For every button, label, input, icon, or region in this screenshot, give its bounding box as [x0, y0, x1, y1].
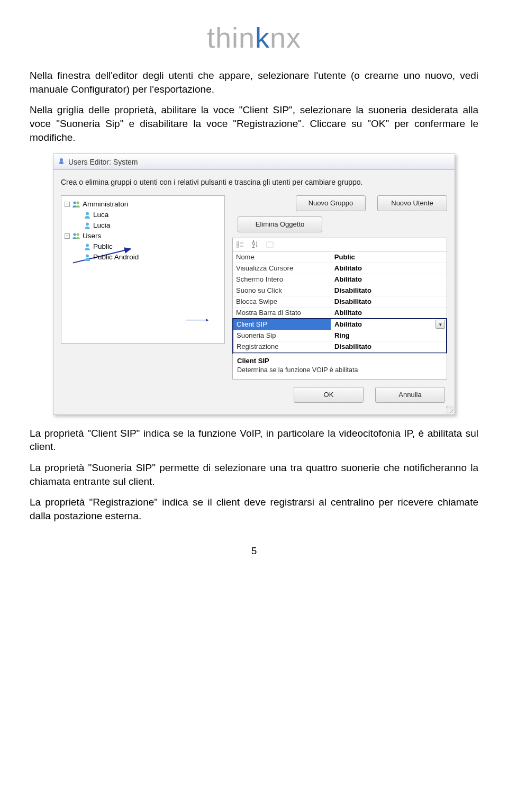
propgrid-value[interactable]: Public — [331, 252, 447, 263]
svg-point-3 — [74, 201, 76, 204]
propgrid-value[interactable]: Disabilitato — [331, 296, 447, 307]
propgrid-value[interactable]: Abilitato — [331, 308, 447, 318]
propgrid-value[interactable]: Abilitato — [331, 263, 447, 274]
propgrid-name: Suono su Click — [233, 285, 331, 296]
svg-rect-16 — [267, 242, 273, 247]
propgrid-name: Suoneria Sip — [233, 330, 331, 341]
propgrid-row[interactable]: Suoneria SipRing — [233, 330, 446, 341]
delete-object-button[interactable]: Elimina Oggetto — [238, 216, 322, 232]
propgrid-row[interactable]: RegistrazioneDisabilitato — [233, 341, 446, 353]
group-icon — [72, 201, 80, 208]
propgrid-row[interactable]: Blocca SwipeDisabilitato — [233, 296, 447, 308]
propgrid-name: Nome — [233, 252, 331, 263]
collapse-icon[interactable]: − — [65, 202, 70, 207]
dialog-title: Users Editor: System — [68, 158, 138, 166]
tree-item-label: Lucia — [93, 221, 110, 229]
propgrid-value[interactable]: Abilitato▾ — [331, 319, 446, 330]
user-icon — [84, 254, 91, 261]
svg-point-7 — [74, 233, 76, 236]
paragraph-4: La proprietà "Suoneria SIP" permette di … — [30, 461, 478, 488]
cancel-button[interactable]: Annulla — [375, 387, 445, 403]
svg-point-8 — [77, 233, 79, 236]
dropdown-icon[interactable]: ▾ — [436, 320, 445, 329]
propgrid-desc-title: Client SIP — [237, 357, 442, 365]
logo-part1: thin — [207, 22, 255, 53]
user-tree[interactable]: −AmministratoriLucaLucia−UsersPublicPubl… — [61, 195, 225, 344]
propgrid-desc-text: Determina se la funzione VOIP è abilitat… — [237, 366, 442, 374]
user-icon — [84, 222, 91, 229]
logo-part2: k — [255, 22, 270, 53]
svg-point-6 — [86, 222, 89, 225]
propgrid-value[interactable]: Disabilitato — [331, 341, 446, 352]
user-icon — [84, 243, 91, 250]
logo-part3: nx — [270, 22, 301, 53]
propgrid-value[interactable]: Ring — [331, 330, 446, 341]
tree-item-label: Users — [83, 232, 101, 240]
propgrid-row[interactable]: Mostra Barra di StatoAbilitato — [233, 308, 447, 319]
svg-point-0 — [60, 158, 63, 161]
propgrid-toolbar: AZ — [233, 238, 447, 252]
svg-rect-12 — [237, 242, 239, 244]
annotation-highlight-box: Client SIPAbilitato▾Suoneria SipRingRegi… — [232, 318, 447, 354]
paragraph-5: La proprietà "Registrazione" indica se i… — [30, 495, 478, 522]
user-icon — [84, 211, 91, 219]
propgrid-row[interactable]: Suono su ClickDisabilitato — [233, 285, 447, 296]
tree-user-item[interactable]: Public — [64, 241, 222, 252]
tree-user-item[interactable]: Luca — [64, 210, 222, 220]
svg-point-4 — [77, 201, 79, 204]
propgrid-page-icon[interactable] — [265, 239, 275, 250]
property-grid[interactable]: AZ NomePublicVisualizza CursoreAbilitato… — [232, 238, 447, 380]
tree-item-label: Public — [93, 242, 113, 250]
propgrid-value[interactable]: Abilitato — [331, 274, 447, 285]
paragraph-3: La proprietà "Client SIP" indica se la f… — [30, 427, 478, 454]
propgrid-row[interactable]: NomePublic — [233, 252, 447, 263]
propgrid-row[interactable]: Visualizza CursoreAbilitato — [233, 263, 447, 274]
propgrid-row[interactable]: Client SIPAbilitato▾ — [233, 319, 446, 330]
tree-item-label: Public Android — [93, 253, 139, 261]
paragraph-1: Nella finestra dell'editor degli utenti … — [30, 69, 478, 96]
propgrid-name: Registrazione — [233, 341, 331, 352]
dialog-hint: Crea o elimina gruppi o utenti con i rel… — [61, 177, 447, 188]
sort-az-icon[interactable]: AZ — [250, 239, 260, 250]
svg-point-5 — [86, 212, 89, 215]
resize-grip-icon[interactable] — [446, 406, 453, 413]
brand-logo: thinknx — [30, 21, 478, 54]
collapse-icon[interactable]: − — [65, 233, 70, 239]
svg-rect-1 — [59, 161, 64, 164]
svg-point-9 — [86, 243, 89, 247]
propgrid-row[interactable]: Schermo InteroAbilitato — [233, 274, 447, 285]
propgrid-name: Schermo Intero — [233, 274, 331, 285]
tree-group-item[interactable]: −Amministratori — [64, 199, 222, 210]
tree-item-label: Amministratori — [83, 200, 128, 208]
ok-button[interactable]: OK — [294, 387, 364, 403]
propgrid-name: Client SIP — [233, 319, 331, 330]
propgrid-name: Blocca Swipe — [233, 296, 331, 307]
tree-user-item[interactable]: Public Android — [64, 252, 222, 263]
group-icon — [72, 232, 80, 240]
new-user-button[interactable]: Nuovo Utente — [377, 195, 447, 211]
tree-item-label: Luca — [93, 211, 108, 219]
tree-group-item[interactable]: −Users — [64, 231, 222, 241]
users-editor-dialog-figure: Users Editor: System Crea o elimina grup… — [53, 154, 455, 415]
page-number: 5 — [30, 545, 478, 557]
tree-user-item[interactable]: Lucia — [64, 220, 222, 231]
propgrid-name: Visualizza Cursore — [233, 263, 331, 274]
svg-point-10 — [86, 254, 89, 257]
propgrid-name: Mostra Barra di Stato — [233, 308, 331, 318]
app-icon — [58, 157, 65, 166]
propgrid-value[interactable]: Disabilitato — [331, 285, 447, 296]
paragraph-2: Nella griglia delle proprietà, abilitare… — [30, 103, 478, 144]
propgrid-description: Client SIP Determina se la funzione VOIP… — [233, 353, 447, 379]
new-group-button[interactable]: Nuovo Gruppo — [296, 195, 366, 211]
dialog-titlebar: Users Editor: System — [53, 154, 455, 170]
categorized-icon[interactable] — [235, 239, 246, 250]
svg-rect-13 — [237, 245, 239, 247]
